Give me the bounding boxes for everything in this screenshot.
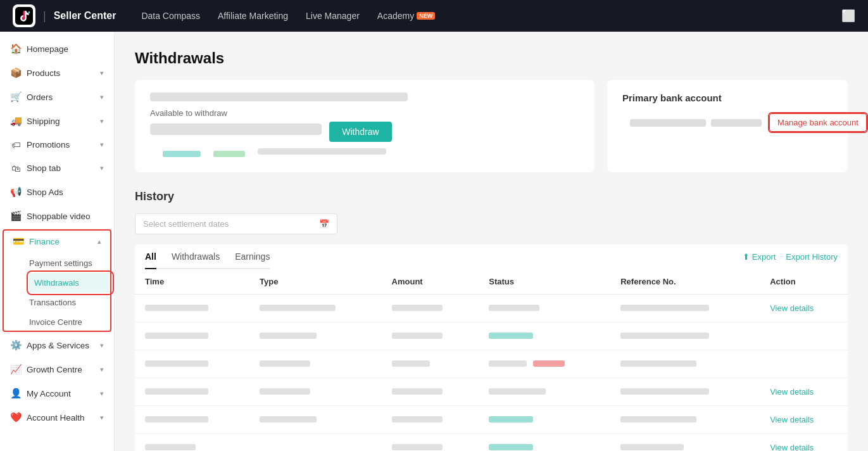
sidebar-item-account-health[interactable]: ❤️ Account Health ▾ [0,405,114,429]
cell-type [249,434,382,452]
cell-reference [610,350,760,378]
cell-type [249,378,382,406]
cell-type [249,350,382,378]
finance-submenu: Payment settings Withdrawals Transaction… [3,253,111,332]
products-icon: 📦 [10,67,22,79]
blur-type [260,416,317,422]
sidebar-item-promotions[interactable]: 🏷 Promotions ▾ [0,133,114,156]
finance-icon: 💳 [13,236,24,247]
amount-row: Withdraw [150,122,579,142]
history-table: Time Type Amount Status Reference No. Ac… [135,269,848,451]
cell-action: View details [760,434,848,452]
teal-bar [163,151,201,157]
sidebar-sub-payment-settings[interactable]: Payment settings [29,253,111,273]
info-blur-2 [258,148,386,155]
withdraw-button[interactable]: Withdraw [329,122,391,142]
view-details-link[interactable]: View details [770,443,814,451]
table-row: View details [135,378,848,406]
chevron-down-icon: ▾ [100,414,104,422]
blur-reference [620,444,684,450]
tab-earnings[interactable]: Earnings [235,245,270,269]
cell-status [479,434,610,452]
sidebar-item-homepage[interactable]: 🏠 Homepage [0,37,114,61]
cell-action: View details [760,406,848,434]
blur-time [145,360,208,367]
cell-reference [610,434,760,452]
sidebar-sub-withdrawals[interactable]: Withdrawals [29,273,111,293]
status-red [533,360,565,367]
bank-row: Manage bank account [622,113,833,132]
export-history-button[interactable]: Export History [786,252,838,262]
col-type: Type [249,269,382,295]
app-layout: 🏠 Homepage 📦 Products ▾ 🛒 Orders ▾ 🚚 Shi… [0,32,868,451]
history-table-container: All Withdrawals Earnings ⬆ Export Export… [135,245,848,451]
status-teal [489,333,533,339]
growth-icon: 📈 [10,364,22,375]
new-badge: NEW [417,12,435,20]
blur-reference [620,360,696,367]
sidebar-item-growth-centre[interactable]: 📈 Growth Centre ▾ [0,357,114,381]
sidebar-item-apps-services[interactable]: ⚙️ Apps & Services ▾ [0,333,114,357]
sidebar-item-shop-ads[interactable]: 📢 Shop Ads [0,180,114,204]
cell-amount [382,434,479,452]
nav-live-manager[interactable]: Live Manager [306,11,360,21]
sidebar-item-shipping[interactable]: 🚚 Shipping ▾ [0,109,114,133]
amount-blur [150,124,322,135]
blur-amount [392,416,443,422]
blur-time [145,305,208,311]
chevron-up-icon: ▴ [97,238,101,246]
cell-type [249,322,382,350]
manage-bank-button[interactable]: Manage bank account [769,113,867,132]
table-row: View details [135,406,848,434]
chevron-down-icon: ▾ [100,390,104,398]
cell-reference [610,378,760,406]
sidebar-item-finance[interactable]: 💳 Finance ▴ [3,229,111,253]
export-button[interactable]: ⬆ Export [743,252,776,262]
chevron-down-icon: ▾ [100,164,104,172]
cell-amount [382,322,479,350]
tab-withdrawals[interactable]: Withdrawals [172,245,220,269]
blur-status [489,388,546,395]
nav-academy[interactable]: Academy NEW [377,11,435,21]
brand: | Seller Center [13,4,116,27]
blur-amount [392,305,443,311]
brand-name: Seller Center [54,10,116,22]
cell-time [135,350,249,378]
sidebar-item-orders[interactable]: 🛒 Orders ▾ [0,85,114,109]
info-item-3 [213,148,245,160]
top-nav: | Seller Center Data Compass Affiliate M… [0,0,868,32]
history-tabs: All Withdrawals Earnings [145,245,270,269]
view-details-link[interactable]: View details [770,303,814,313]
sidebar-item-shoppable-video[interactable]: 🎬 Shoppable video [0,204,114,228]
sidebar-item-shop-tab[interactable]: 🛍 Shop tab ▾ [0,156,114,180]
blur-time [145,333,208,339]
orders-icon: 🛒 [10,91,22,103]
calendar-icon: 📅 [319,219,329,229]
cell-time [135,378,249,406]
blur-type [260,333,317,339]
promotions-icon: 🏷 [10,139,22,150]
sidebar-item-my-account[interactable]: 👤 My Account ▾ [0,381,114,405]
nav-affiliate-marketing[interactable]: Affiliate Marketing [218,11,288,21]
account-blur-bar [150,92,408,101]
blur-amount [392,388,443,395]
view-details-link[interactable]: View details [770,415,814,424]
cell-status [479,350,610,378]
bank-info [630,119,762,127]
cell-status [479,378,610,406]
extra-info [150,148,579,160]
blur-reference [620,416,696,422]
tab-all[interactable]: All [145,245,156,269]
sidebar-item-products[interactable]: 📦 Products ▾ [0,61,114,85]
top-nav-right: ⬜ [841,9,855,23]
shop-tab-icon: 🛍 [10,163,22,174]
col-amount: Amount [382,269,479,295]
nav-data-compass[interactable]: Data Compass [141,11,200,21]
sidebar-sub-invoice-centre[interactable]: Invoice Centre [29,312,111,332]
sidebar-sub-transactions[interactable]: Transactions [29,293,111,312]
cell-amount [382,295,479,322]
view-details-link[interactable]: View details [770,387,814,397]
date-selector[interactable]: Select settlement dates 📅 [135,213,337,234]
blur-type [260,388,310,395]
table-row [135,350,848,378]
